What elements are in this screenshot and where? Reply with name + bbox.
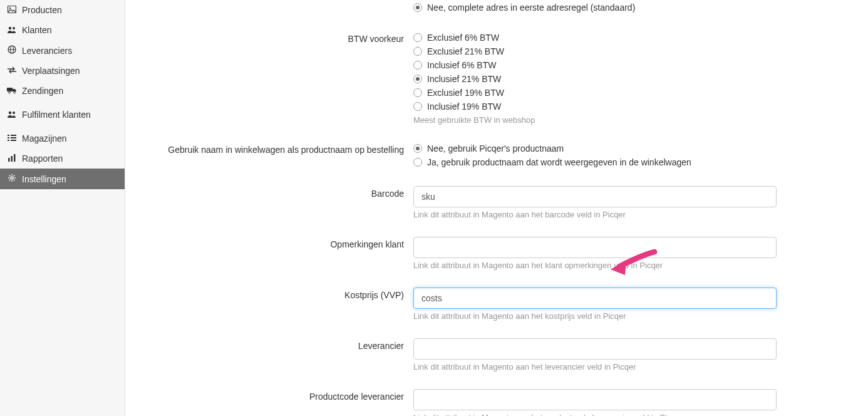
bar-chart-icon (6, 153, 18, 164)
radio-label: Inclusief 6% BTW (427, 59, 496, 71)
list-icon (6, 133, 18, 143)
btw-option-0[interactable]: Exclusief 6% BTW (413, 31, 777, 44)
radio-icon[interactable] (413, 3, 422, 12)
radio-icon[interactable] (413, 61, 422, 70)
sidebar-label: Zendingen (22, 86, 63, 96)
address-label (125, 0, 413, 4)
svg-rect-0 (8, 6, 16, 13)
sidebar-label: Leveranciers (22, 46, 72, 56)
radio-label: Exclusief 19% BTW (427, 86, 504, 99)
productname-option-0[interactable]: Nee, gebruik Picqer's productnaam (413, 142, 777, 155)
radio-icon[interactable] (413, 47, 422, 56)
sidebar-item-instellingen[interactable]: Instellingen (0, 169, 125, 189)
sidebar-item-magazijnen[interactable]: Magazijnen (0, 128, 125, 148)
svg-point-1 (9, 8, 11, 9)
sidebar-label: Klanten (22, 25, 51, 35)
radio-label: Nee, complete adres in eerste adresregel… (427, 1, 635, 14)
svg-point-8 (9, 91, 11, 93)
radio-label: Nee, gebruik Picqer's productnaam (427, 142, 564, 155)
address-option-no[interactable]: Nee, complete adres in eerste adresregel… (413, 1, 777, 14)
users-icon (6, 110, 18, 120)
cost-input[interactable] (413, 288, 777, 309)
barcode-label: Barcode (125, 185, 413, 199)
svg-rect-14 (8, 137, 9, 138)
svg-rect-7 (7, 88, 13, 91)
truck-icon (6, 86, 18, 96)
sidebar-item-klanten[interactable]: Klanten (0, 20, 125, 40)
sidebar: Producten Klanten Leveranciers Verplaats… (0, 0, 125, 416)
svg-rect-16 (8, 140, 9, 141)
svg-point-3 (13, 27, 15, 29)
picture-icon (6, 5, 18, 15)
btw-option-5[interactable]: Inclusief 19% BTW (413, 100, 777, 113)
gear-icon (6, 174, 18, 184)
radio-icon[interactable] (413, 75, 422, 83)
btw-helptext: Meest gebruikte BTW in webshop (413, 115, 777, 125)
supplier-helptext: Link dit attribuut in Magento aan het le… (413, 362, 777, 372)
barcode-input[interactable] (413, 186, 777, 207)
svg-point-21 (11, 177, 13, 179)
svg-point-2 (9, 27, 11, 29)
radio-label: Ja, gebruik productnaam dat wordt weerge… (427, 156, 691, 169)
sidebar-item-fulfilment[interactable]: Fulfilment klanten (0, 105, 125, 125)
btw-option-4[interactable]: Exclusief 19% BTW (413, 86, 777, 99)
svg-rect-13 (11, 135, 16, 136)
supplier-code-label: Productcode leverancier (125, 388, 413, 402)
remarks-helptext: Link dit attribuut in Magento aan het kl… (413, 261, 777, 270)
globe-icon (6, 45, 18, 56)
radio-icon[interactable] (413, 33, 422, 42)
sidebar-label: Producten (22, 5, 62, 15)
svg-rect-17 (11, 140, 16, 141)
radio-label: Exclusief 6% BTW (427, 31, 499, 44)
radio-label: Exclusief 21% BTW (427, 45, 504, 58)
svg-point-10 (9, 112, 11, 114)
users-icon (6, 25, 18, 35)
btw-option-3[interactable]: Inclusief 21% BTW (413, 73, 777, 85)
cost-label: Kostprijs (VVP) (125, 286, 413, 300)
sidebar-label: Magazijnen (22, 133, 67, 143)
transfer-icon (6, 66, 18, 76)
radio-icon[interactable] (413, 102, 422, 111)
svg-rect-20 (14, 154, 16, 162)
main-content: Nee, complete adres in eerste adresregel… (125, 0, 868, 416)
svg-rect-19 (11, 156, 13, 162)
sidebar-item-rapporten[interactable]: Rapporten (0, 148, 125, 169)
btw-label: BTW voorkeur (125, 30, 413, 44)
productname-label: Gebruik naam in winkelwagen als productn… (125, 141, 413, 155)
sidebar-label: Verplaatsingen (22, 66, 80, 76)
svg-point-9 (14, 91, 16, 93)
svg-rect-18 (8, 158, 10, 162)
radio-icon[interactable] (413, 158, 422, 167)
sidebar-label: Rapporten (22, 153, 63, 164)
supplier-code-input[interactable] (413, 389, 777, 410)
sidebar-label: Fulfilment klanten (22, 110, 91, 120)
svg-rect-12 (8, 135, 9, 136)
sidebar-item-zendingen[interactable]: Zendingen (0, 81, 125, 101)
svg-point-11 (13, 112, 15, 114)
sidebar-label: Instellingen (22, 174, 66, 184)
supplier-code-helptext: Link dit attribuut in Magento aan het pr… (413, 413, 777, 416)
remarks-label: Opmerkingen klant (125, 236, 413, 249)
btw-option-1[interactable]: Exclusief 21% BTW (413, 45, 777, 58)
svg-rect-15 (11, 137, 16, 138)
productname-option-1[interactable]: Ja, gebruik productnaam dat wordt weerge… (413, 156, 777, 169)
sidebar-item-verplaatsingen[interactable]: Verplaatsingen (0, 61, 125, 81)
radio-label: Inclusief 21% BTW (427, 73, 501, 85)
barcode-helptext: Link dit attribuut in Magento aan het ba… (413, 210, 777, 219)
supplier-label: Leverancier (125, 337, 413, 351)
supplier-input[interactable] (413, 338, 777, 360)
btw-option-2[interactable]: Inclusief 6% BTW (413, 59, 777, 71)
sidebar-item-leveranciers[interactable]: Leveranciers (0, 40, 125, 61)
cost-helptext: Link dit attribuut in Magento aan het ko… (413, 311, 777, 321)
remarks-input[interactable] (413, 237, 777, 258)
radio-icon[interactable] (413, 144, 422, 153)
sidebar-item-producten[interactable]: Producten (0, 0, 125, 20)
radio-label: Inclusief 19% BTW (427, 100, 501, 113)
radio-icon[interactable] (413, 88, 422, 97)
